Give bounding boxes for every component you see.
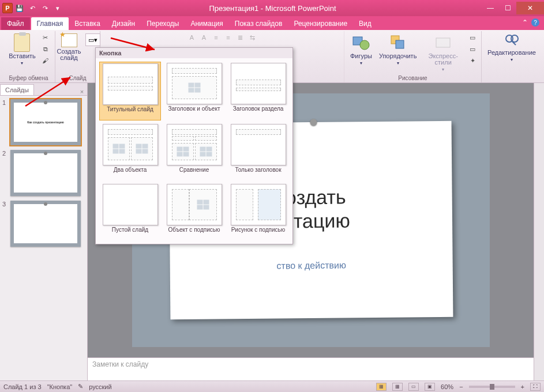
layout-comparison[interactable]: Сравнение [163,123,225,180]
flyout-header: Кнопка [96,48,292,58]
panel-tab-slides[interactable]: Слайды [0,84,34,95]
zoom-in-icon[interactable]: + [521,383,524,390]
editing-button[interactable]: Редактирование ▾ [485,32,538,63]
sorter-view-icon[interactable]: ▦ [392,383,403,391]
group-drawing: Фигуры ▾ Упорядочить ▾ Экспресс-стили ▾ … [344,31,482,82]
shapes-button[interactable]: Фигуры ▾ [348,32,374,67]
group-clipboard: Вставить ▾ ✂ ⧉ 🖌 Буфер обмена [2,31,55,82]
tab-file[interactable]: Файл [1,17,30,30]
group-slides: Создать слайд ▭▾ Слайд [55,31,100,82]
paste-button[interactable]: Вставить ▾ [6,32,38,67]
slide-layout-button[interactable]: ▭▾ [85,33,100,46]
app-icon[interactable]: P [2,3,13,13]
status-slide-count: Слайд 1 из 3 [3,383,42,390]
svg-rect-4 [436,38,450,47]
svg-point-7 [511,35,518,42]
layout-title-only[interactable]: Только заголовок [227,123,289,180]
tab-animation[interactable]: Анимация [185,17,228,30]
layout-content-caption[interactable]: Объект с подписью [163,183,225,240]
panel-close-icon[interactable]: × [77,88,87,95]
layout-section-header[interactable]: Заголовок раздела [227,62,289,120]
format-painter-icon[interactable]: 🖌 [40,55,51,66]
title-bar: P 💾 ↶ ↷ ▾ Презентация1 - Microsoft Power… [0,0,544,16]
tab-slideshow[interactable]: Показ слайдов [229,17,288,30]
arrange-icon [389,33,407,52]
group-editing: Редактирование ▾ [482,31,542,82]
maximize-button[interactable]: ☐ [499,2,516,14]
layout-flyout: Кнопка Титульный слайд Заголовок и объек… [95,47,293,244]
tab-review[interactable]: Рецензирование [288,17,353,30]
shape-fill-icon[interactable]: ▭ [467,32,478,43]
zoom-slider[interactable] [469,386,515,388]
shape-outline-icon[interactable]: ▭ [467,44,478,54]
new-slide-button[interactable]: Создать слайд [55,32,84,62]
new-slide-icon [61,33,77,47]
status-bar: Слайд 1 из 3 "Кнопка" ✎ русский ▦ ▦ ▭ ▣ … [0,380,544,392]
svg-rect-3 [396,40,404,48]
tab-view[interactable]: Вид [353,17,377,30]
shapes-icon [352,33,370,52]
slide-panel: Слайды × 1 Как создать презентацию 2 3 [0,83,88,380]
ribbon-tabs: Файл Главная Вставка Дизайн Переходы Ани… [0,16,544,30]
undo-icon[interactable]: ↶ [27,2,38,14]
qat-dropdown-icon[interactable]: ▾ [52,2,63,14]
tab-insert[interactable]: Вставка [69,17,106,30]
shape-effects-icon[interactable]: ✦ [467,55,478,66]
save-icon[interactable]: 💾 [14,2,25,14]
layout-title-content[interactable]: Заголовок и объект [163,62,225,120]
layout-blank[interactable]: Пустой слайд [99,183,161,240]
thumbnail-row[interactable]: 2 [2,150,85,196]
window-title: Презентация1 - Microsoft PowerPoint [63,4,482,13]
quick-styles-icon [434,33,452,52]
chevron-down-icon: ▾ [21,61,23,66]
pin-icon [310,119,317,126]
tab-home[interactable]: Главная [31,17,69,30]
slideshow-view-icon[interactable]: ▣ [425,383,435,391]
layout-title-slide[interactable]: Титульный слайд [99,62,161,120]
vertical-scrollbar[interactable] [534,83,544,380]
chevron-down-icon: ▾ [442,67,444,72]
layout-picture-caption[interactable]: Рисунок с подписью [227,183,289,240]
thumbnails-list: 1 Как создать презентацию 2 3 [0,96,87,250]
zoom-out-icon[interactable]: − [459,383,463,390]
chevron-down-icon: ▾ [511,57,513,62]
layout-two-content[interactable]: Два объекта [99,123,161,180]
status-language[interactable]: русский [89,383,111,390]
clipboard-icon [14,33,30,52]
chevron-down-icon: ▾ [397,61,399,66]
cut-icon[interactable]: ✂ [40,32,51,43]
quick-access-toolbar: P 💾 ↶ ↷ ▾ [2,2,63,14]
tab-transitions[interactable]: Переходы [141,17,185,30]
find-icon [504,33,519,48]
notes-pane[interactable]: Заметки к слайду [88,357,534,380]
zoom-level[interactable]: 60% [441,383,453,390]
reading-view-icon[interactable]: ▭ [408,383,419,391]
ribbon-minimize-icon[interactable]: ⌃ [522,18,528,27]
spellcheck-icon[interactable]: ✎ [78,383,83,390]
redo-icon[interactable]: ↷ [39,2,51,14]
help-icon[interactable]: ? [531,18,539,27]
close-button[interactable]: ✕ [516,2,544,14]
minimize-button[interactable]: — [482,2,499,14]
fit-to-window-icon[interactable]: ⛶ [530,383,541,391]
chevron-down-icon: ▾ [360,61,362,66]
status-theme: "Кнопка" [47,383,73,390]
arrange-button[interactable]: Упорядочить ▾ [377,32,419,67]
thumbnail-row[interactable]: 3 [2,201,85,247]
tab-design[interactable]: Дизайн [106,17,141,30]
quick-styles-button[interactable]: Экспресс-стили ▾ [421,32,465,73]
thumbnail-row[interactable]: 1 Как создать презентацию [2,99,85,145]
normal-view-icon[interactable]: ▦ [376,383,387,391]
svg-point-1 [360,40,369,50]
slide-subtitle-text: ство к действию [170,259,452,272]
copy-icon[interactable]: ⧉ [40,44,51,54]
